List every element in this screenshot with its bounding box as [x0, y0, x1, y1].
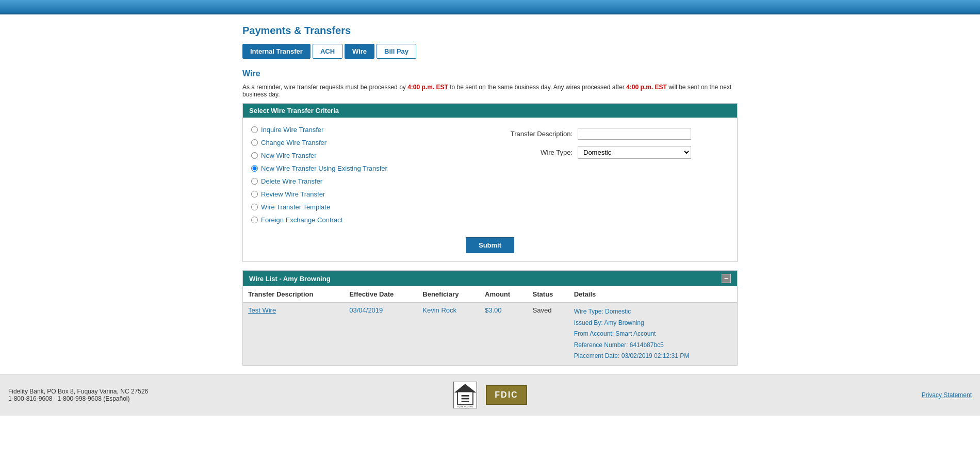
equal-housing-icon: EQUAL HOUSING LENDER [453, 382, 478, 408]
radio-template-input[interactable] [251, 204, 258, 210]
radio-new-existing: New Wire Transfer Using Existing Transfe… [251, 165, 485, 172]
reminder-text: As a reminder, wire transfer requests mu… [242, 84, 738, 98]
privacy-statement-link[interactable]: Privacy Statement [543, 391, 972, 399]
radio-inquire: Inquire Wire Transfer [251, 126, 485, 134]
col-effective-date: Effective Date [344, 286, 417, 303]
page-container: Payments & Transfers Internal Transfer A… [232, 14, 748, 366]
radio-new-input[interactable] [251, 152, 258, 159]
fdic-text: FDIC [495, 390, 518, 400]
col-details: Details [569, 286, 737, 303]
transfer-description-input[interactable] [578, 128, 691, 140]
collapse-icon[interactable]: − [722, 274, 731, 283]
footer-address-line1: Fidelity Bank, PO Box 8, Fuquay Varina, … [8, 388, 437, 395]
svg-rect-4 [462, 398, 469, 400]
svg-rect-5 [462, 401, 469, 402]
detail-placement-date: Placement Date: 03/02/2019 02:12:31 PM [574, 351, 732, 362]
radio-foreign-label[interactable]: Foreign Exchange Contract [261, 216, 342, 224]
tab-buttons: Internal Transfer ACH Wire Bill Pay [242, 44, 738, 59]
criteria-right: Transfer Description: Wire Type: Domesti… [495, 126, 729, 229]
transfer-description-label: Transfer Description: [495, 130, 573, 138]
radio-foreign: Foreign Exchange Contract [251, 216, 485, 224]
criteria-panel-body: Inquire Wire Transfer Change Wire Transf… [243, 118, 737, 261]
cell-status: Saved [528, 303, 569, 365]
radio-new-label[interactable]: New Wire Transfer [261, 152, 317, 159]
radio-new: New Wire Transfer [251, 152, 485, 159]
criteria-panel-header: Select Wire Transfer Criteria [243, 104, 737, 118]
footer-address: Fidelity Bank, PO Box 8, Fuquay Varina, … [8, 388, 437, 402]
footer-icons: EQUAL HOUSING LENDER FDIC [453, 382, 527, 408]
radio-inquire-label[interactable]: Inquire Wire Transfer [261, 126, 323, 134]
cell-beneficiary: Kevin Rock [417, 303, 480, 365]
radio-review-label[interactable]: Review Wire Transfer [261, 190, 325, 198]
radio-review: Review Wire Transfer [251, 190, 485, 198]
transfer-description-row: Transfer Description: [495, 128, 729, 140]
cell-transfer-description: Test Wire [243, 303, 344, 365]
radio-inquire-input[interactable] [251, 126, 258, 133]
radio-template-label[interactable]: Wire Transfer Template [261, 203, 330, 211]
criteria-left: Inquire Wire Transfer Change Wire Transf… [251, 126, 485, 229]
detail-from-account: From Account: Smart Account [574, 329, 732, 340]
radio-delete-label[interactable]: Delete Wire Transfer [261, 177, 322, 185]
cell-details: Wire Type: Domestic Issued By: Amy Brown… [569, 303, 737, 365]
table-row: Test Wire 03/04/2019 Kevin Rock $3.00 Sa… [243, 303, 737, 365]
wire-section-title: Wire [242, 69, 738, 78]
time-highlight-2: 4:00 p.m. EST [626, 84, 667, 91]
criteria-panel-title: Select Wire Transfer Criteria [249, 107, 339, 114]
tab-bill-pay[interactable]: Bill Pay [377, 44, 416, 59]
col-status: Status [528, 286, 569, 303]
cell-effective-date: 03/04/2019 [344, 303, 417, 365]
radio-change-input[interactable] [251, 139, 258, 146]
test-wire-link[interactable]: Test Wire [248, 306, 276, 314]
submit-row: Submit [251, 237, 729, 253]
wire-list-panel-header: Wire List - Amy Browning − [243, 271, 737, 286]
top-bar [0, 0, 980, 14]
wire-table-header: Transfer Description Effective Date Bene… [243, 286, 737, 303]
wire-type-label: Wire Type: [495, 149, 573, 156]
radio-review-input[interactable] [251, 191, 258, 198]
radio-template: Wire Transfer Template [251, 203, 485, 211]
col-transfer-description: Transfer Description [243, 286, 344, 303]
time-highlight-1: 4:00 p.m. EST [407, 84, 448, 91]
cell-amount: $3.00 [480, 303, 528, 365]
detail-reference-number: Reference Number: 6414b87bc5 [574, 340, 732, 351]
radio-delete-input[interactable] [251, 178, 258, 185]
wire-list-body: Transfer Description Effective Date Bene… [243, 286, 737, 365]
wire-table: Transfer Description Effective Date Bene… [243, 286, 737, 365]
wire-list-panel-title: Wire List - Amy Browning [249, 275, 331, 283]
radio-new-existing-input[interactable] [251, 165, 258, 172]
wire-details: Wire Type: Domestic Issued By: Amy Brown… [574, 306, 732, 362]
radio-foreign-input[interactable] [251, 217, 258, 223]
page-title: Payments & Transfers [242, 25, 738, 37]
tab-internal-transfer[interactable]: Internal Transfer [242, 44, 311, 59]
radio-change: Change Wire Transfer [251, 139, 485, 146]
wire-type-select[interactable]: Domestic International [578, 146, 691, 159]
detail-issued-by: Issued By: Amy Browning [574, 318, 732, 329]
criteria-panel: Select Wire Transfer Criteria Inquire Wi… [242, 103, 738, 262]
criteria-layout: Inquire Wire Transfer Change Wire Transf… [251, 126, 729, 229]
radio-new-existing-label[interactable]: New Wire Transfer Using Existing Transfe… [261, 165, 387, 172]
footer-address-line2: 1-800-816-9608 · 1-800-998-9608 (Español… [8, 395, 437, 402]
radio-delete: Delete Wire Transfer [251, 177, 485, 185]
wire-list-panel: Wire List - Amy Browning − Transfer Desc… [242, 270, 738, 366]
tab-ach[interactable]: ACH [313, 44, 342, 59]
wire-type-row: Wire Type: Domestic International [495, 146, 729, 159]
col-beneficiary: Beneficiary [417, 286, 480, 303]
radio-change-label[interactable]: Change Wire Transfer [261, 139, 326, 146]
fdic-badge: FDIC [486, 385, 527, 405]
detail-wire-type: Wire Type: Domestic [574, 306, 732, 318]
wire-table-body: Test Wire 03/04/2019 Kevin Rock $3.00 Sa… [243, 303, 737, 365]
submit-button[interactable]: Submit [466, 237, 514, 253]
footer: Fidelity Bank, PO Box 8, Fuquay Varina, … [0, 374, 980, 416]
svg-rect-3 [462, 395, 469, 397]
svg-text:LENDER: LENDER [461, 408, 469, 408]
col-amount: Amount [480, 286, 528, 303]
tab-wire[interactable]: Wire [345, 44, 374, 59]
